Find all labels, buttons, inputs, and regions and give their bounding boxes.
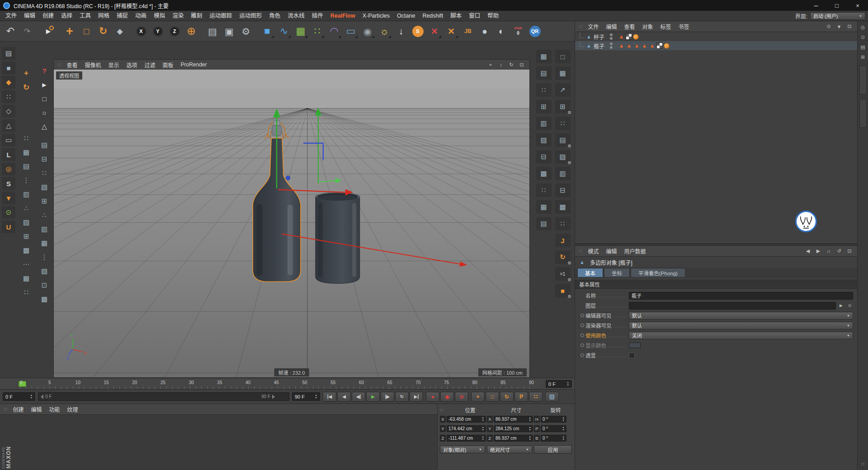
coordinate-input[interactable]: 0 °▲▼ [541,416,566,423]
material-menu-1[interactable]: 编辑 [27,405,45,413]
menubar-item-0[interactable]: 文件 [2,11,20,21]
dock-icon[interactable]: ⊡ [845,247,854,255]
undo-icon[interactable]: ↶ [2,23,19,40]
bake-object-icon[interactable]: ◐ [493,23,509,40]
apply-button[interactable]: 应用 [534,445,572,454]
rotate-view-icon[interactable]: ↻ [507,61,516,69]
record-position-toggle[interactable]: + [471,392,485,402]
points-mode-icon[interactable]: ∷ [2,90,15,103]
back-icon[interactable]: ◀ [803,247,812,255]
redo-icon[interactable]: ↷ [19,23,35,40]
array-tool-icon-a10[interactable]: ▦ [19,272,33,285]
maximize-button[interactable]: □ [826,0,847,11]
modeling-palette-icon-a5[interactable]: ▨ [536,133,552,147]
stepper-icon[interactable]: ▲▼ [313,394,317,400]
object-row-1[interactable]: ▲瓶子▲▲▲▲▲ [575,41,857,50]
interface-dropdown[interactable]: 启动 (用户) ▼ [810,12,865,20]
array-tool-icon-a5[interactable]: ∴ [19,202,33,215]
keyframe-circle[interactable] [579,324,585,327]
stepper-icon[interactable]: ▲▼ [480,436,484,441]
dock-icon[interactable]: ⊡ [845,23,854,31]
subdivision-surface-icon[interactable]: ▦ [292,23,309,40]
stepper-icon[interactable]: ▲▼ [561,426,565,432]
modeling-palette-icon-b4[interactable]: ∷ [555,117,571,130]
timeline-panel-icon[interactable]: ▤ [545,392,559,402]
side-tab-2[interactable] [859,99,867,128]
drop-to-floor-icon[interactable]: ↓ [393,23,409,40]
menubar-item-8[interactable]: 模拟 [150,11,169,21]
light-icon[interactable]: ☼ [376,23,392,40]
menubar-item-13[interactable]: 角色 [265,11,284,21]
selection-tag-icon[interactable]: ▲ [618,33,625,40]
rectangle-selection-icon[interactable]: □ [37,92,52,105]
menubar-item-11[interactable]: 运动跟踪 [206,11,236,21]
render-settings-icon[interactable]: ⚙ [238,23,254,40]
keyframe-circle[interactable] [579,334,585,337]
modeling-palette-icon-a2[interactable]: ∷ [536,83,552,97]
array-tool-icon-b3[interactable]: ▧ [37,181,52,193]
viewport-menu-6[interactable]: ProRender [177,61,210,68]
phong-tag-icon[interactable] [633,34,639,40]
array-tool-icon-b4[interactable]: ⊞ [37,195,52,207]
side-tab-1[interactable] [859,66,867,94]
xparticles-system-icon[interactable]: × [443,23,459,40]
record-scale-toggle[interactable]: □ [486,392,499,402]
size-mode-dropdown[interactable]: 绝对尺寸 ▼ [487,446,532,453]
live-selection-icon[interactable]: ► [40,23,57,40]
array-tool-icon-a1[interactable]: ▦ [19,146,33,159]
selection-tag-icon[interactable]: ▲ [626,42,632,49]
stepper-icon[interactable]: ▲▼ [28,394,33,400]
attribute-tab-1[interactable]: 坐标 [604,268,630,277]
material-menu-2[interactable]: 功能 [45,405,63,413]
modeling-palette-icon-a7[interactable]: ▩ [536,167,552,180]
menubar-item-18[interactable]: Octane [393,11,419,21]
array-tool-icon-a11[interactable]: ∷ [19,286,33,299]
viewport-canvas[interactable]: Y X Z 透视视图 帧速 : 232.0 网格间距 : 100 cm [53,70,530,378]
modeling-palette-icon-a6[interactable]: ⊟ [536,150,552,164]
magnet-snap-icon[interactable]: U [2,221,15,233]
object-manager[interactable]: ▲杯子▲▲瓶子▲▲▲▲▲ [575,32,857,243]
array-tool-icon-a6[interactable]: ▨ [19,216,33,229]
menubar-item-1[interactable]: 编辑 [20,11,39,21]
history-icon[interactable]: ↺ [835,247,844,255]
object-name[interactable]: 瓶子 [594,42,604,50]
psr-reset-icon[interactable]: PSR0 [510,23,526,40]
menubar-item-22[interactable]: 帮助 [484,11,502,21]
object-manager-menu-2[interactable]: 查看 [620,23,638,30]
array-tool-icon-a4[interactable]: ▥ [19,188,33,201]
pan-view-icon[interactable]: + [486,61,495,69]
panel-grip-icon[interactable]: ∷ [4,407,7,412]
attribute-dropdown-3[interactable]: 默认▼ [629,322,853,329]
color-swatch[interactable] [629,343,641,348]
pin-icon[interactable]: ◎ [859,23,867,31]
section-header[interactable]: 基本属性 [575,280,857,289]
search-icon[interactable]: ⊙ [824,23,833,31]
menubar-item-20[interactable]: 脚本 [447,11,465,21]
viewport-solo-icon[interactable]: ◎ [2,163,15,175]
search-icon[interactable]: ⊙ [859,33,867,41]
render-visibility-dot[interactable] [610,46,613,49]
texture-tag-icon[interactable] [656,42,663,49]
record-rotation-toggle[interactable]: ↻ [500,392,514,402]
move-tool-icon[interactable]: + [61,23,78,40]
menubar-item-21[interactable]: 窗口 [465,11,484,21]
coordinate-input[interactable]: -63.458 cm▲▼ [447,416,486,423]
viewport-menu-5[interactable]: 面板 [159,61,177,69]
viewport-menu-0[interactable]: 查看 [63,61,81,69]
goto-start-button[interactable]: |◀ [323,392,336,402]
range-end-field[interactable]: 90 F ▲▼ [292,392,320,401]
edges-mode-icon[interactable]: ◇ [2,105,15,118]
array-tool-icon-a3[interactable]: ⋮ [19,174,33,187]
menubar-item-4[interactable]: 工具 [76,11,94,21]
texture-tag-icon[interactable] [626,33,632,40]
array-tool-icon-b11[interactable]: ▩ [37,293,52,306]
coordinate-input[interactable]: -111.487 cm▲▼ [447,435,486,442]
lasso-selection-icon[interactable]: ○ [37,106,52,119]
sketch-material-icon[interactable]: S [410,23,426,40]
object-manager-menu-3[interactable]: 对象 [638,23,656,30]
material-menu-0[interactable]: 创建 [9,405,27,413]
array-tool-icon-b8[interactable]: ⋮ [37,251,52,263]
attribute-menu-1[interactable]: 编辑 [602,247,620,255]
array-generator-icon[interactable]: ∷ [309,23,326,40]
menubar-item-10[interactable]: 雕刻 [187,11,206,21]
